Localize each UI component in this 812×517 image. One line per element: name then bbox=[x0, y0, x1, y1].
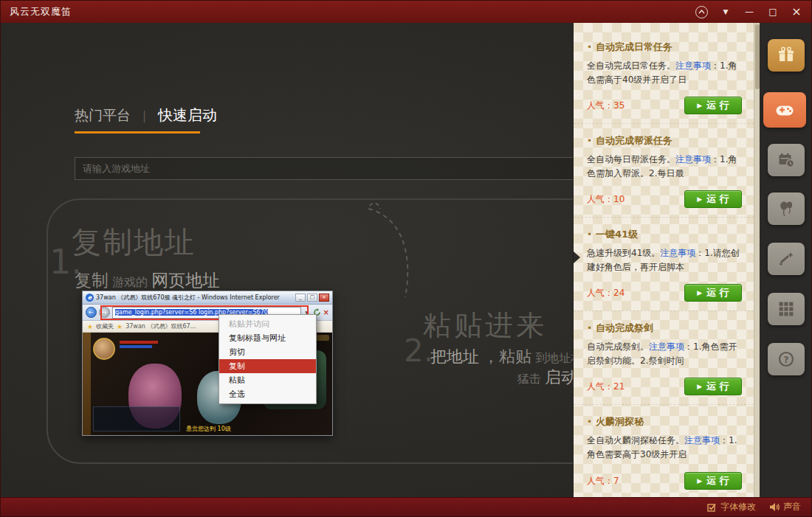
events-button[interactable] bbox=[768, 192, 805, 225]
popularity-label: 人气：35 bbox=[587, 100, 625, 112]
popularity-label: 人气：10 bbox=[587, 193, 625, 206]
minimize-button[interactable]: — bbox=[743, 6, 755, 18]
tools-button[interactable] bbox=[768, 243, 805, 275]
step1-seg-c: 网页地址 bbox=[151, 271, 219, 290]
popularity-label: 人气：7 bbox=[587, 475, 619, 487]
popularity-label: 人气：21 bbox=[587, 381, 625, 393]
task-description: 全自动火麟洞探秘任务。注意事项：1.角色需要高于30级并开启 bbox=[587, 434, 742, 462]
icon-sidebar: ? bbox=[760, 23, 812, 499]
note-link[interactable]: 注意事项 bbox=[675, 60, 711, 71]
tab-hot-platforms[interactable]: 热门平台 bbox=[75, 106, 131, 125]
app-window: 风云无双魔笛 ▼ — □ × 热门平台 | 快速启动 1. 复制地址 bbox=[0, 0, 812, 517]
task-desc-text: 自动完成祭剑。 bbox=[587, 341, 649, 352]
game-chat-box bbox=[93, 406, 180, 431]
bullet-icon: • bbox=[587, 136, 592, 146]
task-list: • 自动完成日常任务 全自动完成日常任务。注意事项：1.角色需高于40级并开启了… bbox=[574, 23, 754, 499]
task-item: • 自动完成祭剑 自动完成祭剑。注意事项：1.角色需开启祭剑功能。2.祭剑时间 … bbox=[574, 311, 754, 405]
note-link[interactable]: 注意事项 bbox=[660, 248, 695, 258]
note-link[interactable]: 注意事项 bbox=[684, 435, 720, 445]
ie-titlebar: e 37wan 《武易》双线670服 魂引之灯 - Windows Intern… bbox=[83, 291, 332, 305]
step2-seg-b: ，粘贴 bbox=[483, 347, 531, 366]
close-button[interactable]: × bbox=[791, 6, 802, 18]
play-icon: ▶ bbox=[697, 196, 702, 203]
game-avatar bbox=[93, 338, 115, 360]
run-button[interactable]: ▶ 运 行 bbox=[684, 97, 742, 114]
play-icon: ▶ bbox=[697, 103, 702, 109]
play-icon: ▶ bbox=[697, 478, 702, 485]
game-mp-bar bbox=[120, 345, 152, 348]
step2-description-line1: 把地址 ，粘贴 到地址栏 bbox=[430, 346, 582, 368]
svg-text:?: ? bbox=[784, 355, 789, 365]
task-title: 自动完成日常任务 bbox=[596, 41, 672, 54]
font-settings-button[interactable]: 字体修改 bbox=[707, 501, 756, 513]
step2-seg-d: 猛击 bbox=[517, 372, 541, 386]
tab-separator: | bbox=[142, 109, 146, 122]
speaker-icon bbox=[769, 502, 780, 512]
sound-button[interactable]: 声音 bbox=[769, 501, 801, 513]
task-item: • 自动完成日常任务 全自动完成日常任务。注意事项：1.角色需高于40级并开启了… bbox=[574, 30, 754, 124]
context-menu-item: 粘贴并访问 bbox=[219, 317, 316, 331]
task-description: 急速升级到41级。注意事项：1.请您创建好角色后，再开启脚本 bbox=[587, 246, 742, 274]
help-button[interactable]: ? bbox=[768, 343, 805, 375]
bullet-icon: • bbox=[587, 229, 592, 240]
task-desc-text: 全自动火麟洞探秘任务。 bbox=[587, 435, 684, 445]
step1-seg-b: 游戏的 bbox=[112, 275, 148, 289]
task-title: 自动完成祭剑 bbox=[596, 322, 653, 335]
play-icon: ▶ bbox=[697, 290, 702, 296]
task-item: • 火麟洞探秘 全自动火麟洞探秘任务。注意事项：1.角色需要高于30级并开启 人… bbox=[574, 405, 754, 499]
window-controls: ▼ — □ × bbox=[695, 6, 802, 18]
font-settings-label: 字体修改 bbox=[720, 501, 756, 513]
bullet-icon: • bbox=[587, 417, 592, 427]
step1-title: 复制地址 bbox=[72, 222, 196, 263]
gift-button[interactable] bbox=[768, 39, 805, 72]
task-description: 全自动完成日常任务。注意事项：1.角色需高于40级并开启了日 bbox=[587, 59, 742, 87]
run-button[interactable]: ▶ 运 行 bbox=[684, 284, 742, 302]
help-icon: ? bbox=[777, 350, 796, 369]
context-menu-item: 复制标题与网址 bbox=[219, 331, 316, 345]
task-desc-text: 急速升级到41级。 bbox=[587, 248, 660, 258]
ie-close-icon: × bbox=[319, 294, 329, 302]
run-button[interactable]: ▶ 运 行 bbox=[684, 190, 742, 208]
star-icon: ★ bbox=[117, 323, 123, 330]
task-title: 一键41级 bbox=[596, 228, 638, 241]
run-button-label: 运 行 bbox=[706, 380, 729, 393]
apps-button[interactable] bbox=[768, 293, 805, 325]
menu-button[interactable]: ▼ bbox=[720, 6, 732, 18]
task-desc-text: 全自动完成日常任务。 bbox=[587, 60, 675, 71]
run-button[interactable]: ▶ 运 行 bbox=[684, 378, 742, 395]
game-sidebar bbox=[83, 333, 91, 435]
context-menu-item: 全选 bbox=[219, 387, 316, 401]
step1-description: 复制 游戏的 网页地址 bbox=[75, 269, 219, 292]
ie-back-icon: ← bbox=[86, 307, 97, 318]
play-icon: ▶ bbox=[697, 384, 702, 390]
schedule-button[interactable] bbox=[768, 144, 805, 176]
ie-logo-icon: e bbox=[86, 294, 94, 302]
chevron-up-icon bbox=[698, 10, 705, 14]
statusbar: 字体修改 声音 bbox=[1, 497, 811, 516]
step2-number: 2. bbox=[404, 333, 433, 369]
tab-quick-launch[interactable]: 快速启动 bbox=[158, 105, 217, 125]
popularity-label: 人气：24 bbox=[587, 287, 625, 299]
ie-window-title: 37wan 《武易》双线670服 魂引之灯 - Windows Internet… bbox=[96, 294, 293, 302]
run-button-label: 运 行 bbox=[706, 474, 729, 487]
note-link[interactable]: 注意事项 bbox=[649, 341, 684, 352]
game-hp-bar bbox=[120, 341, 158, 344]
scrollbar-track[interactable] bbox=[754, 23, 760, 499]
gamepad-button[interactable] bbox=[763, 92, 806, 128]
task-title: 自动完成帮派任务 bbox=[596, 134, 672, 148]
task-description: 全自动每日帮派任务。注意事项：1.角色需加入帮派。2.每日最 bbox=[587, 153, 742, 181]
rollup-button[interactable] bbox=[695, 6, 708, 18]
task-description: 自动完成祭剑。注意事项：1.角色需开启祭剑功能。2.祭剑时间 bbox=[587, 340, 742, 368]
step2-description-line2: 猛击 启动 bbox=[517, 367, 577, 389]
bullet-icon: • bbox=[587, 42, 592, 52]
run-button-label: 运 行 bbox=[706, 192, 729, 206]
app-body: 热门平台 | 快速启动 1. 复制地址 复制 游戏的 网页地址 粘贴进来 bbox=[1, 23, 812, 499]
game-address-input[interactable] bbox=[75, 157, 595, 180]
run-button[interactable]: ▶ 运 行 bbox=[684, 472, 742, 490]
task-item-selected: • 一键41级 急速升级到41级。注意事项：1.请您创建好角色后，再开启脚本 人… bbox=[574, 218, 754, 311]
maximize-button[interactable]: □ bbox=[767, 6, 779, 18]
grid-icon bbox=[777, 299, 796, 319]
note-link[interactable]: 注意事项 bbox=[675, 154, 711, 164]
task-item: • 自动完成帮派任务 全自动每日帮派任务。注意事项：1.角色需加入帮派。2.每日… bbox=[574, 124, 754, 218]
selection-arrow-icon bbox=[574, 251, 580, 263]
